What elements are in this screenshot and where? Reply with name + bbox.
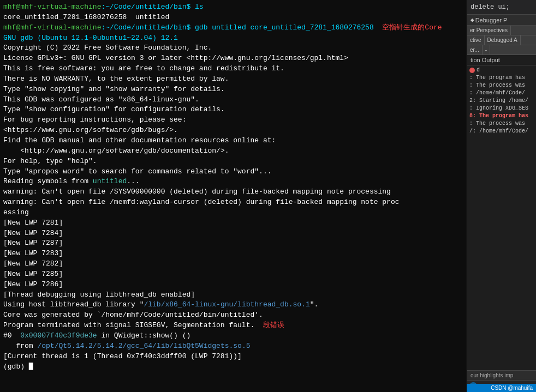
er-tabs: er... - — [467, 45, 536, 55]
terminal-line: Using host libthread_db library "/lib/x8… — [3, 300, 463, 310]
terminal-line: #0 0x00007f40c3f9de3e in QWidget::show()… — [3, 331, 463, 341]
bottom-status-bar: CSDN @mahuifa — [467, 384, 536, 392]
terminal-line: warning: Can't open file /SYSV00000000 (… — [3, 187, 463, 197]
console-line: /: /home/mhf/Code/ — [469, 128, 534, 135]
terminal-line: [New LWP 7287] — [3, 238, 463, 249]
terminal-line: [New LWP 7283] — [3, 249, 463, 259]
debugger-label: Debugger P — [475, 17, 508, 23]
console-line: 8: The program has — [469, 112, 534, 120]
terminal-line: Type "apropos word" to search for comman… — [3, 167, 463, 177]
terminal-line: This GDB was configured as "x86_64-linux… — [3, 95, 463, 105]
terminal-line: Reading symbols from untitled... — [3, 177, 463, 187]
terminal-line: Core was generated by `/home/mhf/Code/un… — [3, 310, 463, 321]
terminal-line: There is NO WARRANTY, to the extent perm… — [3, 74, 463, 85]
terminal-line: essing — [3, 208, 463, 218]
terminal-line: Copyright (C) 2022 Free Software Foundat… — [3, 43, 463, 53]
terminal-line: [New LWP 7284] — [3, 228, 463, 239]
terminal-line: Type "show configuration" for configurat… — [3, 105, 463, 115]
terminal-line: Find the GDB manual and other documentat… — [3, 136, 463, 146]
tab-active[interactable]: ctive — [467, 35, 485, 45]
terminal-line: GNU gdb (Ubuntu 12.1-0ubuntu1~22.04) 12.… — [3, 33, 463, 44]
code-line: delete ui; — [471, 2, 533, 12]
terminal-line: <http://www.gnu.org/software/gdb/documen… — [3, 146, 463, 156]
active-tabs: ctive Debugged A — [467, 35, 536, 45]
right-panel: delete ui; ◆ Debugger P er Perspectives … — [467, 0, 536, 392]
console-line: : The program has — [469, 74, 534, 82]
console-line: : Ignoring XDG_SES — [469, 105, 534, 112]
terminal-line: warning: Can't open file /memfd:wayland-… — [3, 197, 463, 208]
arrow-icon: ◆ — [471, 16, 474, 23]
terminal-line: [New LWP 7285] — [3, 269, 463, 280]
terminal-line: mhf@mhf-virtual-machine:~/Code/untitled/… — [3, 2, 463, 13]
output-section-header: tion Output — [467, 55, 536, 65]
right-top-code: delete ui; — [467, 0, 536, 15]
tab-dash: - — [483, 45, 490, 55]
console-lines: d: The program has: The process was: /ho… — [469, 67, 534, 135]
terminal-line: For help, type "help". — [3, 156, 463, 167]
terminal-line: <https://www.gnu.org/software/gdb/bugs/>… — [3, 125, 463, 136]
terminal-line: (gdb) █ — [3, 362, 463, 372]
error-dot-icon — [469, 68, 475, 73]
tab-perspectives[interactable]: er Perspectives — [467, 26, 511, 35]
console-line: : The process was — [469, 82, 534, 89]
terminal-line: Type "show copying" and "show warranty" … — [3, 85, 463, 95]
terminal-line: [Current thread is 1 (Thread 0x7f40c3ddf… — [3, 352, 463, 362]
console-output: d: The program has: The process was: /ho… — [467, 65, 536, 370]
terminal-panel: mhf@mhf-virtual-machine:~/Code/untitled/… — [0, 0, 467, 392]
terminal-line: This is free software: you are free to c… — [3, 64, 463, 74]
terminal-line: mhf@mhf-virtual-machine:~/Code/untitled/… — [3, 23, 463, 33]
terminal-line: Program terminated with signal SIGSEGV, … — [3, 321, 463, 331]
terminal-line: [Thread debugging using libthread_db ena… — [3, 290, 463, 300]
tab-er[interactable]: er... — [467, 45, 483, 55]
console-line: : /home/mhf/Code/ — [469, 89, 534, 97]
perspectives-tabs: er Perspectives — [467, 26, 536, 35]
highlights-section: our highlights imp — [467, 370, 536, 381]
terminal-line: core_untitled_7281_1680276258 untitled — [3, 13, 463, 23]
debugger-header: ◆ Debugger P — [467, 15, 536, 26]
terminal-line: For bug reporting instructions, please s… — [3, 115, 463, 125]
tab-debugged[interactable]: Debugged A — [485, 35, 521, 45]
console-line: : The process was — [469, 120, 534, 128]
terminal-line: License GPLv3+: GNU GPL version 3 or lat… — [3, 53, 463, 64]
terminal-output: mhf@mhf-virtual-machine:~/Code/untitled/… — [3, 2, 463, 372]
console-line: 2: Starting /home/ — [469, 97, 534, 105]
terminal-line: from /opt/Qt5.14.2/5.14.2/gcc_64/lib/lib… — [3, 341, 463, 352]
terminal-line: [New LWP 7286] — [3, 280, 463, 290]
terminal-line: [New LWP 7281] — [3, 218, 463, 228]
terminal-line: [New LWP 7282] — [3, 259, 463, 269]
console-line: d — [469, 67, 534, 74]
